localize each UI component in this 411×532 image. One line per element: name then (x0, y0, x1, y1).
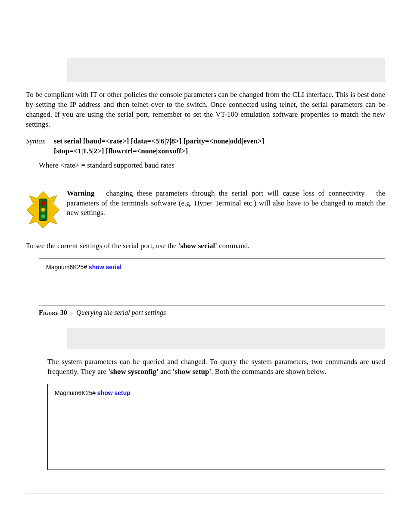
syntax-line-1: set serial [baud=<rate>] [data=<5|6|7|8>… (54, 137, 385, 146)
para2-post: . Both the commands are shown below. (211, 367, 326, 376)
show-setup-quoted: 'show setup' (173, 367, 211, 376)
traffic-light-icon (26, 189, 67, 229)
terminal2-command: show setup (97, 389, 131, 396)
show-serial-quoted: 'show serial' (178, 242, 217, 250)
syntax-command: set serial [baud=<rate>] [data=<5|6|7|8>… (54, 137, 385, 156)
paragraph-show-serial-intro: To see the current settings of the seria… (26, 241, 385, 251)
followup-pre: To see the current settings of the seria… (26, 242, 178, 250)
syntax-block: Syntax set serial [baud=<rate>] [data=<5… (26, 137, 385, 156)
svg-point-2 (41, 201, 45, 205)
para2-and: and (159, 367, 173, 376)
warning-callout: Warning – changing these parameters thro… (26, 189, 385, 229)
terminal1-prompt: Magnum6K25# (46, 264, 89, 271)
svg-point-3 (41, 208, 45, 212)
figure-dash: - (69, 309, 75, 316)
document-page: To be compliant with IT or other policie… (0, 0, 411, 532)
terminal2-prompt: Magnum6K25# (55, 389, 97, 396)
syntax-where-note: Where <rate> = standard supported baud r… (39, 161, 385, 171)
figure-30-caption: Figure 30 - Querying the serial port set… (39, 308, 385, 317)
followup-post: command. (217, 242, 250, 250)
terminal-output-show-serial: Magnum6K25# show serial (39, 258, 385, 305)
footer-rule (26, 494, 385, 494)
terminal-output-show-setup: Magnum6K25# show setup (47, 384, 385, 470)
section-heading-bar (67, 58, 385, 82)
section-heading-bar-2 (67, 328, 385, 349)
syntax-label: Syntax (26, 137, 54, 156)
terminal1-command: show serial (89, 264, 121, 271)
warning-body: – changing these parameters through the … (67, 189, 385, 217)
figure-label: Figure (39, 309, 59, 316)
svg-point-4 (41, 214, 45, 218)
warning-text: Warning – changing these parameters thro… (67, 189, 385, 218)
paragraph-console-params: To be compliant with IT or other policie… (26, 90, 385, 130)
show-sysconfig-quoted: 'show sysconfig' (108, 367, 159, 376)
figure-title: Querying the serial port settings (76, 309, 166, 316)
warning-label: Warning (67, 189, 94, 197)
paragraph-system-params: The system parameters can be queried and… (47, 357, 385, 377)
syntax-line-2: [stop=<1|1.5|2>] [flowctrl=<none|xonxoff… (54, 146, 385, 156)
figure-number: 30 (60, 309, 67, 316)
